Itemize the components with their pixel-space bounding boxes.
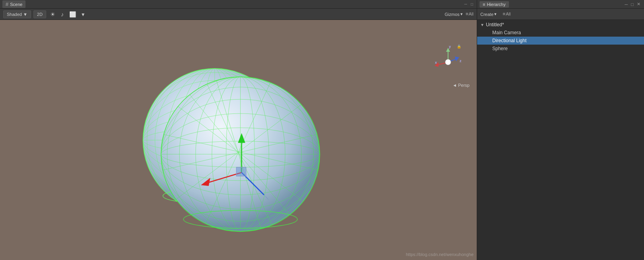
svg-line-21 — [217, 212, 262, 216]
tree-arrow-light — [487, 39, 492, 43]
hierarchy-toolbar: Create ▾ ✳All — [477, 9, 644, 20]
svg-marker-22 — [256, 215, 266, 216]
watermark-text: https://blog.csdn.net/wenxuhonghe — [406, 252, 474, 257]
tree-label-untitled: Untitled* — [486, 22, 504, 27]
tree-arrow-untitled: ▼ — [480, 23, 486, 27]
hierarchy-maximize-button[interactable]: □ — [630, 2, 635, 7]
tree-item-directional-light[interactable]: Directional Light — [477, 37, 644, 45]
create-dropdown[interactable]: Create ▾ — [480, 12, 497, 17]
svg-point-68 — [445, 59, 451, 65]
hierarchy-tab-bar: ≡ Hierarchy ─ □ ✕ — [477, 0, 644, 9]
hierarchy-all-label: ✳All — [502, 12, 511, 17]
orientation-gizmo[interactable]: 🔒 y x z — [429, 43, 465, 79]
create-arrow-icon: ▾ — [494, 12, 497, 17]
scene-search-all: ✳All — [465, 12, 474, 17]
tree-arrow-camera — [487, 31, 492, 35]
scene-maximize-button[interactable]: □ — [470, 2, 474, 7]
sun-icon-button[interactable]: ☀ — [49, 10, 57, 18]
svg-marker-67 — [455, 57, 459, 61]
gizmos-label: Gizmos — [444, 12, 459, 17]
sphere-object — [139, 65, 290, 216]
shaded-arrow-icon: ▼ — [23, 12, 27, 17]
shaded-dropdown[interactable]: Shaded ▼ — [3, 10, 31, 18]
svg-text:🔒: 🔒 — [457, 44, 462, 49]
scene-tab[interactable]: # Scene — [2, 0, 25, 8]
perspective-label: ◄ Persp — [452, 83, 470, 88]
audio-icon-button[interactable]: ♪ — [59, 10, 65, 18]
2d-button[interactable]: 2D — [33, 10, 46, 18]
extra-icon-button[interactable]: ▾ — [80, 10, 86, 18]
scene-tab-bar: # Scene ─ □ — [0, 0, 477, 9]
image-icon-button[interactable]: ⬜ — [68, 10, 78, 18]
tree-label-main-camera: Main Camera — [492, 30, 521, 35]
create-label: Create — [480, 12, 493, 17]
tree-item-sphere[interactable]: Sphere — [477, 45, 644, 53]
tree-item-untitled[interactable]: ▼ Untitled* — [477, 21, 644, 29]
tree-arrow-sphere — [487, 47, 492, 51]
tree-label-directional-light: Directional Light — [492, 38, 527, 43]
hierarchy-list-icon: ≡ — [483, 2, 485, 7]
scene-all-label: ✳All — [465, 12, 474, 17]
scene-toolbar: Shaded ▼ 2D ☀ ♪ ⬜ ▾ Gizmos ▾ ✳All — [0, 9, 477, 20]
svg-text:y: y — [449, 45, 451, 49]
scene-minimize-button[interactable]: ─ — [463, 2, 468, 7]
hierarchy-panel: ≡ Hierarchy ─ □ ✕ Create ▾ ✳All — [477, 0, 644, 260]
scene-tab-label: Scene — [10, 2, 22, 7]
scene-viewport[interactable]: 🔒 y x z — [0, 20, 477, 260]
svg-rect-26 — [211, 206, 219, 213]
scene-hash-icon: # — [6, 1, 8, 7]
hierarchy-tab-label: Hierarchy — [487, 2, 505, 7]
gizmos-dropdown[interactable]: Gizmos ▾ — [444, 12, 462, 17]
hierarchy-search-all: ✳All — [502, 12, 511, 17]
2d-label: 2D — [37, 12, 43, 17]
hierarchy-tab[interactable]: ≡ Hierarchy — [480, 1, 509, 8]
hierarchy-minimize-button[interactable]: ─ — [624, 2, 629, 7]
hierarchy-tree: ▼ Untitled* Main Camera Directional Ligh… — [477, 20, 644, 260]
svg-text:z: z — [460, 59, 462, 63]
tree-label-sphere: Sphere — [492, 46, 508, 51]
hierarchy-close-button[interactable]: ✕ — [636, 1, 642, 7]
gizmos-arrow-icon: ▾ — [460, 12, 463, 17]
shaded-label: Shaded — [7, 12, 22, 17]
tree-item-main-camera[interactable]: Main Camera — [477, 29, 644, 37]
